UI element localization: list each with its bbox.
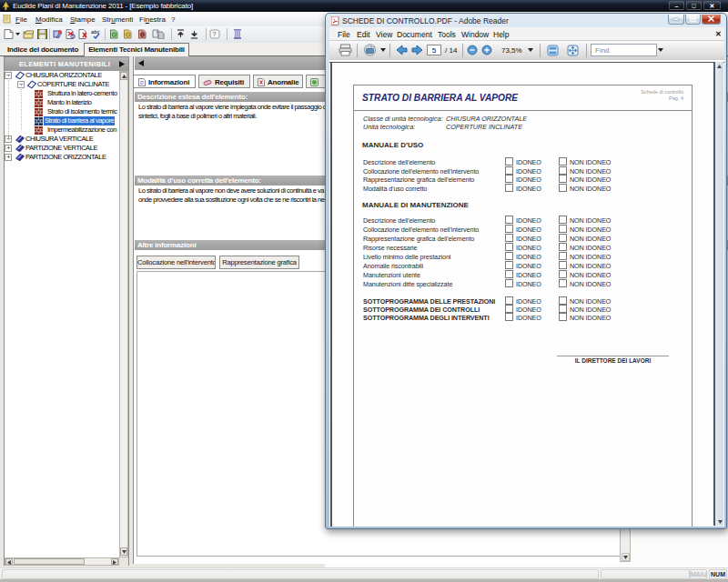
svg-text:?: ? — [213, 31, 217, 37]
